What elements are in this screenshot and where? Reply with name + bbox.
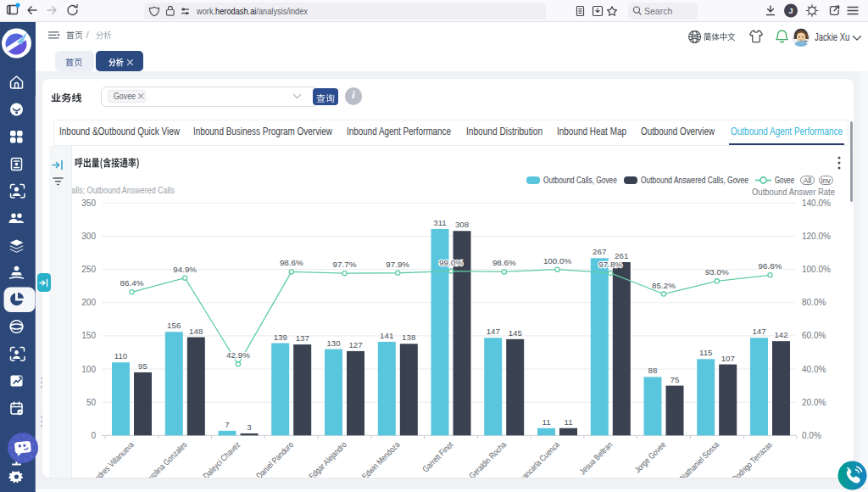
svg-text:130: 130 — [326, 338, 341, 348]
svg-text:86.4%: 86.4% — [120, 278, 144, 288]
svg-text:98.6%: 98.6% — [492, 258, 516, 267]
svg-text:42.9%: 42.9% — [226, 350, 250, 360]
svg-text:Daleyci Chavez: Daleyci Chavez — [201, 439, 242, 478]
svg-text:40.0%: 40.0% — [802, 365, 826, 374]
svg-text:120.0%: 120.0% — [802, 232, 831, 241]
svg-text:138: 138 — [402, 333, 415, 342]
svg-text:Edwin Mendoza: Edwin Mendoza — [360, 439, 402, 478]
svg-text:11: 11 — [564, 417, 572, 427]
svg-text:142: 142 — [774, 330, 787, 339]
svg-text:88: 88 — [648, 366, 658, 375]
svg-text:350: 350 — [81, 198, 96, 208]
svg-text:Garrett Finot: Garrett Finot — [420, 439, 454, 473]
svg-text:300: 300 — [81, 232, 96, 241]
svg-text:115: 115 — [699, 348, 712, 357]
svg-text:Andres Villanueva: Andres Villanueva — [89, 439, 136, 478]
svg-text:100.0%: 100.0% — [802, 265, 831, 274]
svg-text:311: 311 — [433, 218, 446, 227]
svg-text:141: 141 — [380, 331, 393, 340]
svg-text:96.6%: 96.6% — [759, 261, 782, 271]
svg-text:60.0%: 60.0% — [802, 331, 826, 340]
svg-text:139: 139 — [274, 333, 287, 342]
svg-text:148: 148 — [189, 327, 203, 336]
svg-text:Nathaniel Sossa: Nathaniel Sossa — [678, 439, 721, 478]
svg-text:Geraldin Rocha: Geraldin Rocha — [467, 439, 508, 478]
svg-text:Jeancarla Cuenca: Jeancarla Cuenca — [515, 439, 561, 478]
svg-text:147: 147 — [752, 327, 765, 336]
svg-text:Jorge Govee: Jorge Govee — [632, 439, 667, 474]
svg-text:250: 250 — [81, 265, 96, 274]
svg-text:107: 107 — [721, 354, 735, 363]
svg-text:97.7%: 97.7% — [333, 260, 357, 269]
svg-text:Daniel Panduro: Daniel Panduro — [254, 439, 295, 478]
svg-text:95: 95 — [138, 361, 147, 371]
svg-text:0.0%: 0.0% — [802, 431, 821, 440]
svg-text:100: 100 — [81, 365, 96, 374]
svg-text:110: 110 — [114, 351, 128, 361]
svg-text:80.0%: 80.0% — [802, 298, 826, 307]
svg-text:75: 75 — [670, 375, 680, 384]
svg-text:93.0%: 93.0% — [705, 267, 729, 277]
svg-text:J: J — [788, 6, 793, 15]
svg-text:7: 7 — [225, 420, 229, 429]
svg-text:308: 308 — [455, 220, 469, 229]
svg-text:11: 11 — [542, 417, 550, 427]
svg-text:Rodrigo Terrazas: Rodrigo Terrazas — [730, 439, 774, 478]
svg-text:Carolina Gonzales: Carolina Gonzales — [142, 439, 188, 478]
svg-text:3: 3 — [247, 422, 251, 432]
svg-text:99.0%: 99.0% — [439, 258, 463, 267]
svg-text:94.9%: 94.9% — [173, 265, 197, 274]
svg-text:127: 127 — [348, 340, 362, 349]
svg-text:145: 145 — [509, 328, 522, 338]
svg-text:0: 0 — [91, 431, 96, 440]
svg-text:85.2%: 85.2% — [652, 281, 676, 290]
svg-text:97.9%: 97.9% — [386, 260, 409, 269]
svg-text:267: 267 — [593, 247, 606, 256]
svg-text:98.6%: 98.6% — [280, 258, 303, 267]
svg-text:97.8%: 97.8% — [598, 260, 622, 269]
svg-text:200: 200 — [81, 298, 96, 307]
svg-text:156: 156 — [167, 321, 181, 330]
svg-text:20.0%: 20.0% — [802, 398, 826, 407]
svg-text:100.0%: 100.0% — [543, 256, 572, 266]
svg-text:147: 147 — [487, 327, 500, 336]
svg-text:Edgar Alejandro: Edgar Alejandro — [307, 439, 348, 478]
svg-text:Jesua Beltran: Jesua Beltran — [577, 439, 614, 476]
svg-text:50: 50 — [86, 398, 97, 407]
svg-text:150: 150 — [81, 331, 96, 340]
svg-text:137: 137 — [296, 333, 309, 343]
svg-text:140.0%: 140.0% — [802, 198, 831, 208]
